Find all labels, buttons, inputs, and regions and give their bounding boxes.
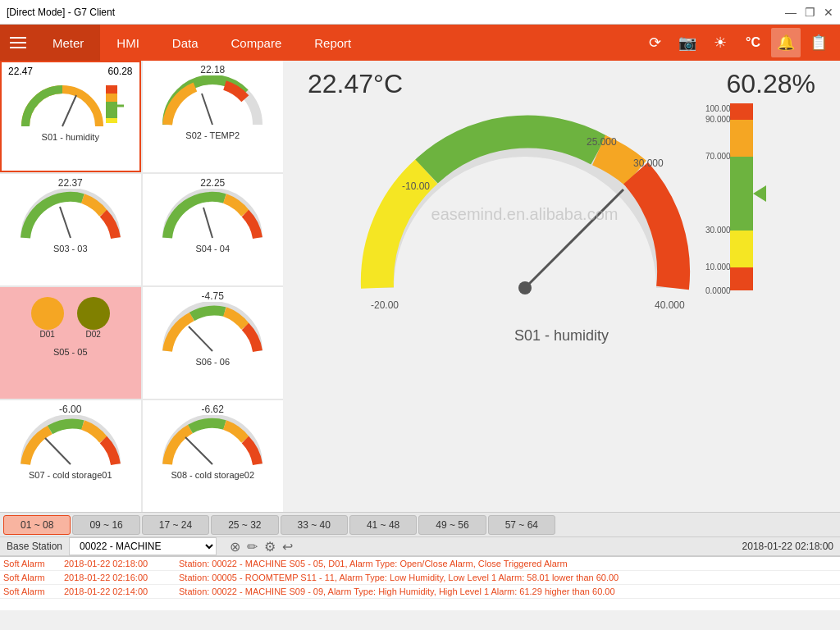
page-btn-49-56[interactable]: 49 ~ 56 (418, 515, 486, 535)
big-gauge-svg: -20.00 -10.00 25.000 30.000 40.000 (353, 107, 697, 321)
svg-rect-19 (730, 267, 753, 290)
window-controls: — ❐ ✕ (785, 6, 833, 19)
svg-line-0 (62, 95, 76, 126)
sensor-s03[interactable]: 22.37 S03 - 03 (0, 174, 141, 285)
log-icon[interactable]: 📋 (804, 28, 833, 57)
close-button[interactable]: ✕ (824, 6, 833, 19)
s01-value1: 22.47 (8, 66, 33, 77)
title-text: [Direct Mode] - G7 Client (7, 7, 115, 18)
svg-text:100.00: 100.00 (705, 104, 731, 113)
settings-icon[interactable]: ⚙ (264, 539, 276, 555)
s05-d01-label: D01 (40, 330, 55, 339)
base-station-select[interactable]: 00022 - MACHINE (69, 537, 217, 555)
sensor-s05[interactable]: D01 D02 S05 - 05 (0, 287, 141, 399)
page-btn-25-32[interactable]: 25 ~ 32 (211, 515, 278, 535)
page-btn-17-24[interactable]: 17 ~ 24 (142, 515, 209, 535)
restore-button[interactable]: ❐ (805, 6, 815, 19)
alarm-row-2: Soft Alarm 2018-01-22 02:16:00 Station: … (0, 571, 840, 585)
menu-right-icons: ⟳ 📷 ☀ °C 🔔 📋 (640, 28, 840, 57)
brightness-icon[interactable]: ☀ (705, 28, 735, 57)
s07-value: -6.00 (3, 404, 138, 415)
svg-rect-22 (730, 120, 753, 157)
page-btn-41-48[interactable]: 41 ~ 48 (349, 515, 417, 535)
svg-rect-3 (106, 102, 117, 118)
s07-gauge (17, 415, 124, 468)
svg-point-13 (518, 281, 532, 294)
hamburger-menu[interactable] (0, 25, 36, 61)
menu-compare[interactable]: Compare (215, 25, 299, 61)
alarm-text-1: Station: 00022 - MACHINE S05 - 05, D01, … (179, 559, 568, 568)
svg-text:25.000: 25.000 (587, 136, 617, 148)
detail-readings: 22.47°C 60.28% (291, 69, 832, 99)
titlebar: [Direct Mode] - G7 Client — ❐ ✕ (0, 0, 840, 25)
svg-text:-20.00: -20.00 (371, 299, 399, 311)
minimize-button[interactable]: — (785, 6, 797, 19)
s04-value: 22.25 (146, 177, 281, 189)
svg-rect-21 (730, 157, 753, 231)
svg-text:0.0000: 0.0000 (705, 286, 731, 295)
svg-rect-1 (106, 85, 117, 94)
sensor-s06[interactable]: -4.75 S06 - 06 (143, 287, 284, 399)
s03-gauge (17, 189, 124, 242)
page-btn-01-08[interactable]: 01 ~ 08 (3, 515, 71, 535)
detail-humidity: 60.28% (726, 69, 815, 99)
bottom-icons: ⊗ ✏ ⚙ ↩ (230, 539, 293, 555)
s01-gauge (17, 77, 124, 130)
s03-value: 22.37 (3, 177, 138, 189)
svg-line-9 (189, 326, 212, 351)
svg-rect-20 (730, 231, 753, 267)
s04-gauge (159, 189, 266, 242)
bar-gauge-svg: 0.0000 10.000 30.000 70.000 90.000 100.0… (705, 103, 771, 317)
main-content: 22.47 60.28 S01 - humidity 22.18 (0, 61, 840, 512)
alarm-type-3: Soft Alarm (3, 587, 61, 596)
svg-rect-23 (730, 103, 753, 120)
detail-panel: 22.47°C 60.28% (283, 61, 840, 512)
svg-line-10 (45, 438, 71, 464)
alarm-icon[interactable]: 🔔 (771, 28, 801, 57)
s06-gauge (159, 302, 266, 355)
s08-gauge (159, 415, 266, 468)
page-btn-57-64[interactable]: 57 ~ 64 (488, 515, 555, 535)
s05-indicators: D01 D02 (31, 297, 110, 339)
page-btn-09-16[interactable]: 09 ~ 16 (72, 515, 139, 535)
bottom-bar: Base Station 00022 - MACHINE ⊗ ✏ ⚙ ↩ 201… (0, 536, 840, 556)
s07-label: S07 - cold storage01 (29, 470, 112, 480)
screenshot-icon[interactable]: 📷 (673, 28, 702, 57)
s05-d02-group: D02 (77, 297, 110, 339)
sensor-s02[interactable]: 22.18 S02 - TEMP2 (143, 61, 284, 172)
sensor-grid: 22.47 60.28 S01 - humidity 22.18 (0, 61, 283, 512)
s02-gauge (159, 75, 266, 129)
svg-text:90.000: 90.000 (705, 115, 731, 124)
svg-text:10.000: 10.000 (705, 262, 731, 272)
alarm-time-2: 2018-01-22 02:16:00 (64, 573, 179, 582)
s04-label: S04 - 04 (195, 244, 230, 253)
export-icon[interactable]: ↩ (282, 539, 293, 555)
s01-value2: 60.28 (107, 66, 132, 77)
base-station-label: Base Station (7, 541, 62, 552)
sensor-s07[interactable]: -6.00 S07 - cold storage01 (0, 400, 141, 512)
sensor-s04[interactable]: 22.25 S04 - 04 (143, 174, 284, 285)
alarm-log: Soft Alarm 2018-01-22 02:18:00 Station: … (0, 556, 840, 610)
s06-label: S06 - 06 (195, 357, 230, 367)
sensor-s08[interactable]: -6.62 S08 - cold storage02 (143, 400, 284, 512)
alarm-row-3: Soft Alarm 2018-01-22 02:14:00 Station: … (0, 585, 840, 599)
menu-hmi[interactable]: HMI (100, 25, 156, 61)
svg-rect-2 (106, 94, 117, 102)
svg-line-11 (185, 437, 212, 464)
menu-report[interactable]: Report (298, 25, 368, 61)
refresh-icon[interactable]: ⟳ (640, 28, 669, 57)
edit-icon[interactable]: ✏ (247, 539, 258, 555)
sensor-s01[interactable]: 22.47 60.28 S01 - humidity (0, 61, 141, 172)
menu-meter[interactable]: Meter (36, 25, 100, 61)
page-selector: 01 ~ 08 09 ~ 16 17 ~ 24 25 ~ 32 33 ~ 40 … (0, 512, 840, 536)
s02-label: S02 - TEMP2 (185, 130, 240, 140)
page-btn-33-40[interactable]: 33 ~ 40 (281, 515, 348, 535)
temp-unit-icon[interactable]: °C (738, 28, 768, 57)
alarm-row-1: Soft Alarm 2018-01-22 02:18:00 Station: … (0, 557, 840, 571)
alarm-time-1: 2018-01-22 02:18:00 (64, 559, 179, 568)
s05-d01-circle (31, 297, 64, 330)
menu-data[interactable]: Data (156, 25, 215, 61)
cancel-icon[interactable]: ⊗ (230, 539, 240, 555)
detail-sensor-name: S01 - humidity (514, 327, 609, 345)
s01-label: S01 - humidity (42, 132, 99, 142)
